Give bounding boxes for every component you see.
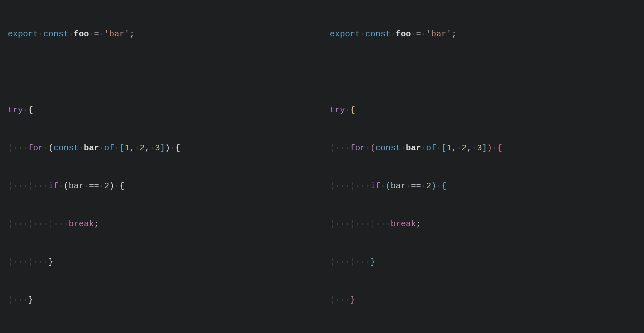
code-line: ¦···¦···}	[8, 256, 322, 268]
brace-open: {	[119, 181, 124, 191]
paren-open: (	[370, 143, 376, 153]
editor-pane-left[interactable]: export·const·foo·=·'bar'; try·{ ¦···for·…	[0, 3, 322, 333]
bracket-close: ]	[482, 143, 487, 153]
comma: ,	[467, 143, 472, 153]
op-eq: =	[416, 29, 421, 39]
code-line: }	[8, 332, 322, 333]
code-line: ¦···for·(const·bar·of·[1,·2,·3])·{	[330, 142, 644, 154]
comma: ,	[452, 143, 457, 153]
semi: ;	[452, 29, 457, 39]
kw-const: const	[365, 29, 391, 39]
ident-foo: foo	[74, 29, 89, 39]
ident-bar: bar	[69, 181, 84, 191]
code-line: try·{	[330, 104, 644, 117]
code-line: ¦···for·(const·bar·of·[1,·2,·3])·{	[8, 142, 322, 154]
kw-break: break	[69, 219, 94, 229]
kw-const: const	[375, 143, 401, 153]
op-eqeq: ==	[411, 181, 421, 191]
brace-open: {	[497, 143, 502, 153]
editor-split-view: export·const·foo·=·'bar'; try·{ ¦···for·…	[0, 0, 644, 333]
brace-open: {	[28, 105, 33, 115]
brace-open: {	[175, 143, 180, 153]
kw-try: try	[330, 105, 345, 115]
bracket-open: [	[441, 143, 446, 153]
brace-close: }	[48, 257, 54, 267]
kw-try: try	[8, 105, 23, 115]
code-line: ¦···¦···if·(bar·==·2)·{	[8, 180, 322, 192]
paren-close: )	[431, 181, 436, 191]
brace-open: {	[350, 105, 355, 115]
code-line-blank	[8, 66, 322, 79]
ident-bar: bar	[84, 143, 99, 153]
kw-if: if	[370, 181, 380, 191]
bracket-open: [	[119, 143, 124, 153]
bracket-close: ]	[160, 143, 165, 153]
num-2: 2	[140, 143, 145, 153]
num-2: 2	[104, 181, 109, 191]
comma: ,	[130, 143, 135, 153]
brace-close: }	[28, 295, 33, 305]
code-line: ¦···}	[8, 294, 322, 306]
ident-bar: bar	[406, 143, 421, 153]
paren-close: )	[165, 143, 170, 153]
paren-open: (	[64, 181, 69, 191]
brace-close: }	[370, 257, 376, 267]
code-line: ¦···¦···¦···break;	[330, 218, 644, 230]
kw-for: for	[350, 143, 365, 153]
code-line: }	[330, 332, 644, 333]
brace-open: {	[441, 181, 446, 191]
kw-for: for	[28, 143, 43, 153]
semi: ;	[416, 219, 421, 229]
semi: ;	[130, 29, 135, 39]
kw-export: export	[330, 29, 360, 39]
kw-of: of	[426, 143, 436, 153]
num-2: 2	[426, 181, 431, 191]
kw-of: of	[104, 143, 114, 153]
code-line: ¦···¦···if·(bar·==·2)·{	[330, 180, 644, 192]
string-bar: 'bar'	[426, 29, 452, 39]
num-2: 2	[462, 143, 467, 153]
semi: ;	[94, 219, 99, 229]
num-1: 1	[124, 143, 130, 153]
comma: ,	[145, 143, 150, 153]
code-line: export·const·foo·=·'bar';	[8, 28, 322, 41]
code-line: ¦···¦···}	[330, 256, 644, 268]
code-line: export·const·foo·=·'bar';	[330, 28, 644, 41]
paren-open: (	[386, 181, 391, 191]
editor-pane-right[interactable]: export·const·foo·=·'bar'; try·{ ¦···for·…	[322, 3, 644, 333]
op-eqeq: ==	[89, 181, 99, 191]
paren-open: (	[48, 143, 54, 153]
code-line: ¦···¦···¦···break;	[8, 218, 322, 230]
ident-foo: foo	[396, 29, 411, 39]
paren-close: )	[487, 143, 492, 153]
kw-const: const	[43, 29, 69, 39]
brace-close: }	[350, 295, 355, 305]
code-line: ¦···}	[330, 294, 644, 306]
code-line: try·{	[8, 104, 322, 117]
num-3: 3	[477, 143, 482, 153]
kw-if: if	[48, 181, 58, 191]
string-bar: 'bar'	[104, 29, 130, 39]
code-line-blank	[330, 66, 644, 79]
paren-close: )	[109, 181, 114, 191]
num-1: 1	[446, 143, 452, 153]
kw-export: export	[8, 29, 38, 39]
num-3: 3	[155, 143, 160, 153]
ident-bar: bar	[391, 181, 406, 191]
op-eq: =	[94, 29, 99, 39]
kw-const: const	[53, 143, 79, 153]
kw-break: break	[391, 219, 416, 229]
